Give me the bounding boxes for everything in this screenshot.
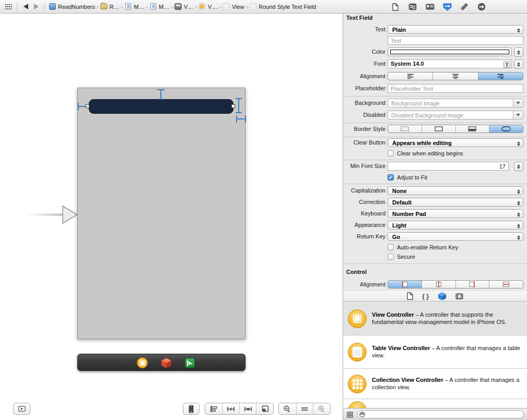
background-dropdown-button[interactable]	[513, 99, 523, 107]
library-search-field[interactable]	[357, 410, 524, 418]
color-stepper[interactable]	[514, 47, 523, 57]
resize-handle-right[interactable]	[231, 104, 235, 108]
background-combo[interactable]: Background Image	[388, 99, 523, 107]
return-key-popup[interactable]: Go	[388, 232, 523, 241]
align-center-segment[interactable]	[432, 73, 477, 80]
font-field[interactable]: System 14.0 T	[388, 59, 512, 68]
control-align-left-segment-selected[interactable]	[388, 281, 421, 288]
control-align-right-segment[interactable]	[455, 281, 489, 288]
color-well[interactable]	[388, 47, 512, 56]
dock-exit-button[interactable]	[184, 357, 195, 368]
zoom-out-button[interactable]	[279, 403, 296, 414]
breadcrumb-item-file2[interactable]: M…	[149, 3, 169, 10]
correction-popup[interactable]: Default	[388, 198, 523, 207]
breadcrumb-item-text-field[interactable]: Round Style Text Field	[249, 3, 316, 10]
file-inspector-tab[interactable]	[391, 2, 400, 11]
device-size-button[interactable]	[183, 403, 200, 415]
library-item-view-controller[interactable]: View Controller – A controller that supp…	[343, 302, 527, 335]
adjust-to-fit-label: Adjust to Fit	[397, 174, 427, 181]
breadcrumb-item-folder[interactable]: R…	[100, 3, 120, 10]
border-none-segment[interactable]	[388, 125, 421, 133]
text-popup[interactable]: Plain	[388, 25, 523, 34]
quick-help-inspector-tab[interactable]	[408, 2, 417, 11]
storyboard-canvas[interactable]	[0, 14, 343, 420]
back-button[interactable]	[20, 2, 31, 12]
row-clear-when-editing: Clear when editing begins	[343, 150, 527, 159]
text-popup-value: Plain	[388, 27, 406, 33]
breadcrumb-item-scene[interactable]: V…	[174, 3, 193, 10]
control-align-fill-segment[interactable]	[489, 281, 523, 288]
attributes-inspector-panel: Text Field Text Plain Color Font System	[343, 14, 527, 420]
auto-layout-button-group	[205, 403, 274, 415]
appearance-label: Appearance	[343, 221, 385, 230]
disabled-placeholder: Disabled Background Image	[388, 112, 513, 118]
disabled-dropdown-button[interactable]	[513, 111, 523, 119]
media-library-tab[interactable]	[455, 293, 463, 299]
storyboard-entry-point-arrow[interactable]	[26, 205, 78, 225]
appearance-popup[interactable]: Light	[388, 221, 523, 230]
breadcrumb-label: M…	[134, 4, 144, 10]
font-stepper[interactable]	[514, 59, 523, 69]
ios-view[interactable]	[77, 88, 245, 339]
zoom-out-icon	[284, 405, 291, 413]
border-bezel-segment[interactable]	[455, 125, 489, 133]
library-view-mode-grid-icon[interactable]	[347, 412, 353, 418]
text-value-input[interactable]	[388, 36, 523, 45]
library-item-title: View Controller	[372, 311, 414, 318]
round-style-text-field[interactable]	[89, 99, 233, 114]
align-button[interactable]	[205, 403, 222, 414]
capitalization-popup[interactable]: None	[388, 186, 523, 195]
zoom-in-button[interactable]	[313, 403, 330, 414]
related-items-button[interactable]	[3, 2, 14, 12]
secure-checkbox[interactable]	[388, 254, 394, 260]
adjust-to-fit-checkbox-checked[interactable]: ✓	[388, 174, 394, 181]
code-snippet-library-tab[interactable]: { }	[422, 293, 429, 300]
library-item-text: Collection View Controller – A controlle…	[372, 376, 523, 391]
border-rounded-segment-selected[interactable]	[489, 125, 523, 133]
library-item-table-view-controller[interactable]: Table View Controller – A controller tha…	[343, 335, 527, 369]
breadcrumb-label: M…	[159, 4, 169, 10]
border-none-icon	[401, 126, 409, 131]
actual-size-button[interactable]	[296, 403, 313, 414]
library-item-collection-view-controller[interactable]: Collection View Controller – A controlle…	[343, 369, 527, 399]
control-align-center-segment[interactable]	[421, 281, 455, 288]
clear-button-popup[interactable]: Appears while editing	[388, 138, 523, 147]
object-library-tab-selected[interactable]	[438, 292, 447, 301]
placeholder-input[interactable]	[388, 84, 523, 93]
attributes-inspector-tab-selected[interactable]	[442, 2, 452, 11]
dropdown-arrow-icon	[516, 114, 520, 118]
clear-when-editing-checkbox[interactable]	[388, 150, 394, 157]
popup-arrows-icon	[517, 199, 520, 207]
align-left-segment[interactable]	[388, 73, 432, 80]
keyboard-popup[interactable]: Number Pad	[388, 209, 523, 218]
auto-enable-return-checkbox[interactable]	[388, 244, 394, 250]
size-inspector-tab[interactable]	[460, 2, 469, 11]
disabled-combo[interactable]: Disabled Background Image	[388, 111, 523, 119]
forward-button[interactable]	[31, 2, 41, 12]
resolve-issues-button[interactable]	[256, 403, 273, 414]
document-outline-toggle-button[interactable]	[13, 403, 30, 415]
align-right-segment-selected[interactable]	[478, 73, 523, 80]
breadcrumb-item-project[interactable]: ReadNumbers	[49, 3, 95, 10]
min-font-size-input[interactable]	[388, 162, 509, 171]
border-line-segment[interactable]	[421, 125, 455, 133]
file-template-library-tab[interactable]	[407, 292, 413, 300]
min-font-size-stepper[interactable]	[514, 162, 523, 171]
alignment-label: Alignment	[343, 72, 385, 81]
library-item-partial[interactable]	[343, 399, 527, 408]
pin-button[interactable]	[222, 403, 239, 414]
breadcrumb-item-file1[interactable]: M…	[124, 3, 144, 10]
dock-first-responder-button[interactable]	[161, 357, 172, 368]
identity-inspector-tab[interactable]	[425, 2, 435, 11]
row-clear-button: Clear Button Appears while editing	[343, 138, 527, 148]
dropdown-arrow-icon	[516, 102, 520, 106]
connections-inspector-tab[interactable]	[477, 2, 486, 11]
view-icon	[249, 3, 256, 10]
font-picker-button[interactable]: T	[503, 61, 510, 68]
center-button[interactable]	[239, 403, 256, 414]
breadcrumb-item-view-controller[interactable]: V…	[198, 3, 217, 10]
view-controller-icon	[137, 357, 148, 368]
dock-view-controller-button[interactable]	[137, 357, 148, 368]
control-alignment-label: Alignment	[343, 280, 385, 289]
breadcrumb-item-view[interactable]: View	[222, 3, 244, 10]
